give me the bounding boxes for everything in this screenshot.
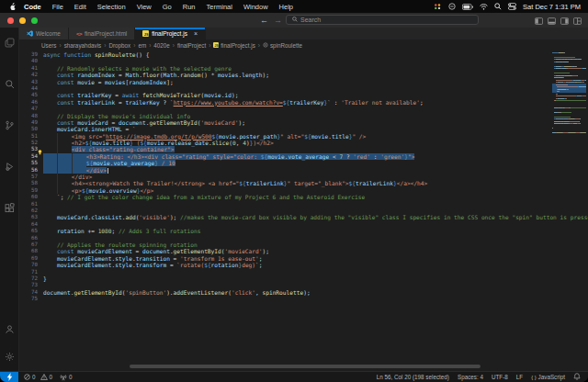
- code-line-56[interactable]: 56 </div>: [19, 167, 588, 174]
- toggle-secondary-sidebar-icon[interactable]: [560, 13, 569, 28]
- close-window-button[interactable]: [7, 17, 14, 24]
- breadcrumb-item-finalproject.js[interactable]: JSfinalProject.js: [213, 42, 254, 49]
- code-line-59[interactable]: 59 <p>${movie.overview}</p>: [19, 187, 588, 194]
- code-line-75[interactable]: 75: [19, 296, 588, 302]
- command-center-search[interactable]: Search: [286, 15, 479, 25]
- menu-go[interactable]: Go: [157, 3, 177, 11]
- battery-icon[interactable]: [462, 4, 473, 10]
- explorer-icon[interactable]: [5, 35, 15, 51]
- code-line-47[interactable]: 47: [19, 106, 588, 112]
- minimize-window-button[interactable]: [19, 17, 26, 24]
- token: ;: [259, 255, 263, 262]
- menu-run[interactable]: Run: [177, 3, 201, 11]
- extensions-icon[interactable]: [5, 200, 15, 217]
- code-line-70[interactable]: 70 movieCardElement.style.transform = `r…: [19, 262, 588, 268]
- code-line-67[interactable]: 67 // Applies the roulette spinning rota…: [19, 242, 588, 248]
- code-line-63[interactable]: 63 movieCard.classList.add('visible'); /…: [19, 214, 588, 220]
- breadcrumb-item-4020e[interactable]: 4020e: [153, 42, 170, 49]
- code-line-51[interactable]: 51 <img src="https://image.tmdb.org/t/p/…: [19, 133, 588, 140]
- code-line-64[interactable]: 64: [19, 221, 588, 228]
- settings-gear-icon[interactable]: [5, 349, 15, 365]
- minimap-token: [580, 123, 581, 124]
- customize-layout-icon[interactable]: [573, 13, 582, 28]
- toggle-sidebar-icon[interactable]: [535, 13, 543, 28]
- breadcrumb-item-dropbox[interactable]: Dropbox: [108, 42, 130, 49]
- close-tab-icon[interactable]: ×: [194, 30, 198, 37]
- wifi-icon[interactable]: [480, 4, 488, 10]
- menu-selection[interactable]: Selection: [92, 3, 131, 11]
- code-line-41[interactable]: 41 // Randomly selects a movie with the …: [19, 65, 588, 72]
- code-line-48[interactable]: 48 // Displays the movie's individual in…: [19, 113, 588, 119]
- tab-finalproject-html[interactable]: <>finalProject.html: [69, 28, 135, 39]
- line-number: 49: [19, 119, 43, 126]
- apple-menu-icon[interactable]: [9, 3, 17, 11]
- code-line-62[interactable]: 62: [19, 208, 588, 214]
- horizontal-scrollbar[interactable]: [130, 365, 481, 368]
- code-line-65[interactable]: 65 rotation += 1080; // Adds 3 full rota…: [19, 228, 588, 234]
- tab-finalproject-js[interactable]: JSfinalProject.js×: [135, 28, 206, 39]
- screen-mirroring-icon[interactable]: [434, 3, 442, 10]
- control-center-icon[interactable]: [508, 3, 516, 10]
- breadcrumb-item-sharayahdavis[interactable]: sharayahdavis: [64, 42, 102, 49]
- breadcrumb-item-users[interactable]: Users: [41, 42, 56, 49]
- search-view-icon[interactable]: [5, 76, 15, 93]
- code-editor[interactable]: 39async function spinRoulette() {4041 //…: [19, 51, 588, 371]
- toggle-panel-icon[interactable]: [548, 13, 556, 28]
- menu-edit[interactable]: Edit: [69, 3, 92, 11]
- code-line-58[interactable]: 58 <h4><strong>Watch the Trailer!</stron…: [19, 180, 588, 186]
- zoom-window-button[interactable]: [31, 17, 38, 24]
- code-line-44[interactable]: 44: [19, 85, 588, 92]
- spotlight-icon[interactable]: [494, 3, 502, 10]
- code-line-40[interactable]: 40: [19, 58, 588, 64]
- code-line-74[interactable]: 74document.getElementById('spinButton').…: [19, 289, 588, 296]
- code-line-61[interactable]: 61: [19, 201, 588, 208]
- accounts-icon[interactable]: [5, 321, 15, 338]
- code-line-68[interactable]: 68 const movieCardElement = document.get…: [19, 248, 588, 254]
- breadcrumb-item-spinroulette[interactable]: spinRoulette: [263, 42, 302, 49]
- eol-setting[interactable]: LF: [516, 374, 523, 380]
- code-line-73[interactable]: 73: [19, 282, 588, 288]
- code-line-71[interactable]: 71: [19, 269, 588, 275]
- code-line-72[interactable]: 72}: [19, 275, 588, 282]
- code-line-57[interactable]: 57 </div>: [19, 174, 588, 180]
- code-line-50[interactable]: 50 movieCard.innerHTML = `: [19, 126, 588, 132]
- tab-welcome[interactable]: Welcome: [19, 28, 69, 39]
- menu-file[interactable]: File: [47, 3, 69, 11]
- menu-terminal[interactable]: Terminal: [201, 3, 238, 11]
- code-line-43[interactable]: 43 const movie = movies[randomIndex];: [19, 79, 588, 85]
- code-line-39[interactable]: 39async function spinRoulette() {: [19, 51, 588, 58]
- code-line-55[interactable]: 55 ${movie.vote_average} / 10: [19, 160, 588, 166]
- language-mode[interactable]: { } JavaScript: [531, 374, 565, 380]
- code-line-66[interactable]: 66: [19, 235, 588, 242]
- cursor-position[interactable]: Ln 56, Col 20 (198 selected): [377, 374, 449, 380]
- forward-icon[interactable]: →: [274, 16, 282, 25]
- code-line-60[interactable]: 60 `; // I got the color change idea fro…: [19, 194, 588, 200]
- menu-view[interactable]: View: [131, 3, 157, 11]
- menu-clock[interactable]: Sat Dec 7 1:31 PM: [523, 3, 581, 11]
- code-line-46[interactable]: 46 const trailerLink = trailerKey ? `htt…: [19, 99, 588, 106]
- run-debug-icon[interactable]: [5, 159, 15, 175]
- source-control-icon[interactable]: [5, 118, 15, 134]
- minimap[interactable]: [552, 51, 586, 137]
- remote-indicator[interactable]: [0, 372, 18, 382]
- code-line-53[interactable]: 53 <div class="rating-container">: [19, 146, 588, 152]
- encoding-setting[interactable]: UTF-8: [492, 374, 508, 380]
- problems-indicator[interactable]: 0 0: [24, 374, 52, 380]
- menu-code[interactable]: Code: [18, 3, 47, 11]
- menu-window[interactable]: Window: [238, 3, 274, 11]
- code-line-49[interactable]: 49 const movieCard = document.getElement…: [19, 119, 588, 126]
- breadcrumb-item-finalproject[interactable]: finalProject: [177, 42, 206, 49]
- notifications-bell-icon[interactable]: [573, 373, 581, 381]
- code-line-45[interactable]: 45 const trailerKey = await fetchMovieTr…: [19, 92, 588, 98]
- back-icon[interactable]: ←: [260, 16, 268, 25]
- focus-icon[interactable]: [448, 3, 456, 10]
- ports-indicator[interactable]: 0: [60, 374, 73, 381]
- menu-help[interactable]: Help: [274, 3, 299, 11]
- code-line-52[interactable]: 52 <h2>${movie.title} (${movie.release_d…: [19, 140, 588, 146]
- code-line-54[interactable]: 54 <h3>Rating: </h3><div class="rating" …: [19, 153, 588, 160]
- code-line-42[interactable]: 42 const randomIndex = Math.floor(Math.r…: [19, 72, 588, 78]
- breadcrumb-item-em[interactable]: em: [138, 42, 146, 49]
- indentation-setting[interactable]: Spaces: 4: [458, 374, 483, 380]
- code-line-69[interactable]: 69 movieCardElement.style.transition = '…: [19, 255, 588, 262]
- token: ).: [166, 289, 173, 296]
